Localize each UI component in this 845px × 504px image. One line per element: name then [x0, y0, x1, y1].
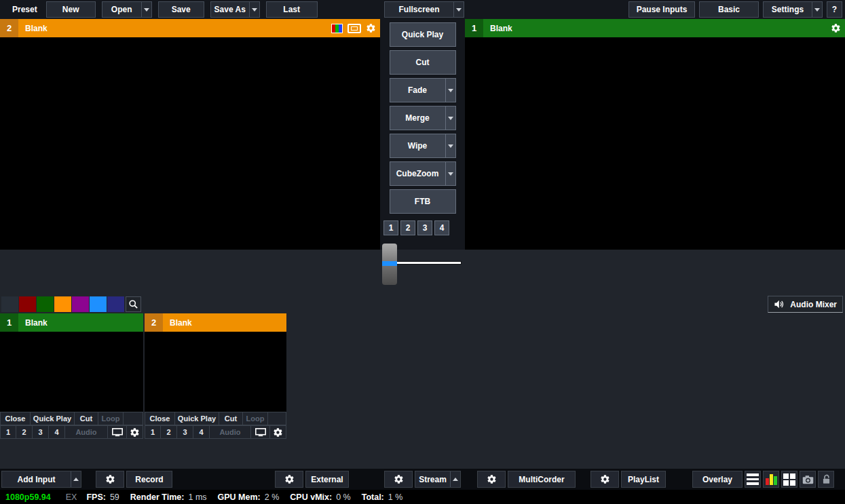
- chevron-up-icon: [73, 478, 79, 481]
- add-input-button[interactable]: Add Input: [1, 471, 81, 488]
- input-settings-button[interactable]: [270, 425, 286, 439]
- save-button[interactable]: Save: [158, 1, 204, 18]
- tbar-track[interactable]: [396, 261, 462, 265]
- cubezoom-dropdown[interactable]: [445, 162, 455, 185]
- audio-mixer-button[interactable]: Audio Mixer: [768, 296, 843, 313]
- gear-icon[interactable]: [831, 23, 841, 33]
- multicorder-settings-button[interactable]: [477, 471, 506, 488]
- fullscreen-monitor-icon[interactable]: [348, 24, 361, 33]
- quick-play-button[interactable]: Quick Play: [390, 22, 456, 47]
- stinger-row: 1 2 3 4: [383, 220, 465, 235]
- overlay-4-button[interactable]: 4: [193, 425, 210, 439]
- colorbars-icon[interactable]: [331, 24, 343, 33]
- input-1-thumbnail[interactable]: [0, 332, 143, 412]
- audio-button[interactable]: Audio: [65, 425, 108, 439]
- fullscreen-output-button[interactable]: [108, 425, 127, 439]
- ftb-button[interactable]: FTB: [390, 189, 456, 214]
- color-filter-navy[interactable]: [107, 296, 124, 312]
- gear-icon[interactable]: [366, 23, 376, 33]
- tbar-handle[interactable]: [382, 244, 397, 285]
- overlay-3-button[interactable]: 3: [177, 425, 193, 439]
- wipe-dropdown[interactable]: [445, 134, 455, 157]
- playlist-button[interactable]: PlayList: [621, 471, 666, 488]
- preset-label: Preset: [12, 5, 37, 14]
- fade-dropdown[interactable]: [445, 79, 455, 102]
- cut-button[interactable]: Cut: [219, 412, 243, 425]
- overlay-4-button[interactable]: 4: [49, 425, 65, 439]
- stream-button[interactable]: Stream: [415, 471, 461, 488]
- fullscreen-dropdown[interactable]: [453, 2, 464, 17]
- search-button[interactable]: [126, 296, 141, 312]
- preview-video-area[interactable]: [0, 37, 380, 250]
- new-button[interactable]: New: [46, 1, 96, 18]
- record-settings-button[interactable]: [96, 471, 124, 488]
- lock-button[interactable]: [818, 471, 834, 488]
- stinger-4-button[interactable]: 4: [434, 220, 449, 235]
- overlay-3-button[interactable]: 3: [33, 425, 49, 439]
- overlay-1-button[interactable]: 1: [145, 425, 161, 439]
- help-button[interactable]: ?: [827, 1, 842, 18]
- chevron-down-icon: [448, 172, 453, 176]
- gpu-mem-value: 2 %: [265, 492, 280, 502]
- color-filter-purple[interactable]: [72, 296, 89, 312]
- audio-button[interactable]: Audio: [210, 425, 251, 439]
- overlay-1-button[interactable]: 1: [0, 425, 16, 439]
- fullscreen-button[interactable]: Fullscreen: [384, 1, 464, 18]
- input-1-header[interactable]: 1 Blank: [0, 313, 143, 332]
- stinger-1-button[interactable]: 1: [383, 220, 398, 235]
- stinger-3-button[interactable]: 3: [417, 220, 432, 235]
- snapshot-button[interactable]: [800, 471, 816, 488]
- multiview-button[interactable]: [781, 471, 797, 488]
- basic-button[interactable]: Basic: [699, 1, 759, 18]
- fullscreen-output-button[interactable]: [251, 425, 270, 439]
- loop-button[interactable]: Loop: [243, 412, 268, 425]
- overlay-button[interactable]: Overlay: [692, 471, 743, 488]
- overlay-2-button[interactable]: 2: [16, 425, 33, 439]
- wipe-button[interactable]: Wipe: [390, 134, 456, 158]
- performance-button[interactable]: [763, 471, 779, 488]
- settings-button[interactable]: Settings: [763, 1, 823, 18]
- last-button[interactable]: Last: [266, 1, 318, 18]
- input-settings-button[interactable]: [127, 425, 143, 439]
- open-button[interactable]: Open: [102, 1, 152, 18]
- stream-settings-button[interactable]: [384, 471, 413, 488]
- cut-button[interactable]: Cut: [75, 412, 98, 425]
- stream-dropdown[interactable]: [450, 471, 460, 487]
- merge-button[interactable]: Merge: [390, 106, 456, 130]
- fade-button[interactable]: Fade: [390, 78, 456, 102]
- record-button[interactable]: Record: [126, 471, 172, 488]
- save-as-dropdown[interactable]: [249, 2, 259, 17]
- playlist-settings-button[interactable]: [590, 471, 619, 488]
- quick-play-button[interactable]: Quick Play: [31, 412, 75, 425]
- cut-button[interactable]: Cut: [390, 50, 456, 75]
- grid-icon: [783, 473, 795, 486]
- stinger-2-button[interactable]: 2: [400, 220, 415, 235]
- save-as-button[interactable]: Save As: [210, 1, 260, 18]
- bar-chart-icon: [766, 474, 777, 485]
- color-filter-red[interactable]: [19, 296, 36, 312]
- close-button[interactable]: Close: [0, 412, 31, 425]
- external-settings-button[interactable]: [275, 471, 303, 488]
- add-input-dropdown[interactable]: [71, 471, 81, 487]
- multicorder-button[interactable]: MultiCorder: [508, 471, 576, 488]
- cubezoom-button[interactable]: CubeZoom: [390, 161, 456, 186]
- input-2-thumbnail[interactable]: [145, 332, 286, 412]
- shortcuts-button[interactable]: [745, 471, 761, 488]
- settings-dropdown[interactable]: [812, 2, 822, 17]
- loop-button[interactable]: Loop: [98, 412, 124, 425]
- program-video-area[interactable]: [465, 37, 845, 250]
- color-filter-none[interactable]: [1, 296, 18, 312]
- input-2-header[interactable]: 2 Blank: [145, 313, 286, 332]
- input-2-overlay-row: 1 2 3 4 Audio: [145, 425, 286, 439]
- color-filter-green[interactable]: [37, 296, 54, 312]
- color-filter-blue[interactable]: [90, 296, 107, 312]
- program-input-number: 1: [465, 19, 483, 37]
- quick-play-button[interactable]: Quick Play: [175, 412, 219, 425]
- open-dropdown[interactable]: [141, 2, 151, 17]
- close-button[interactable]: Close: [145, 412, 175, 425]
- merge-dropdown[interactable]: [445, 106, 455, 130]
- pause-inputs-button[interactable]: Pause Inputs: [628, 1, 695, 18]
- color-filter-orange[interactable]: [54, 296, 71, 312]
- external-button[interactable]: External: [305, 471, 349, 488]
- overlay-2-button[interactable]: 2: [161, 425, 177, 439]
